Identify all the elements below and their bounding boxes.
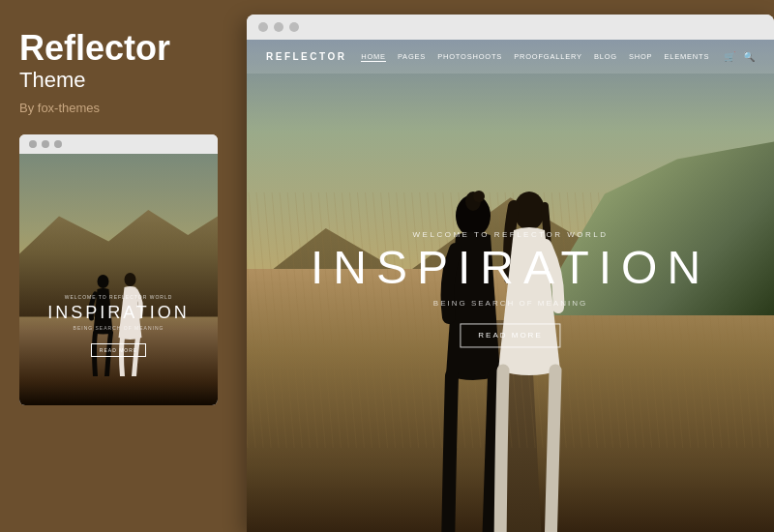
theme-subtitle: Theme bbox=[19, 68, 218, 93]
nav-link-shop[interactable]: SHOP bbox=[629, 52, 652, 61]
theme-author: By fox-themes bbox=[19, 101, 218, 115]
nav-link-photoshoots[interactable]: PHOTOSHOOTS bbox=[437, 52, 502, 61]
mini-dot-3 bbox=[54, 140, 62, 148]
more-button-area bbox=[19, 498, 218, 513]
mini-hero-content: WELCOME TO REFLECTOR WORLD INSPIRATION B… bbox=[19, 294, 218, 357]
svg-point-1 bbox=[124, 273, 135, 286]
main-preview-area: REFLECTOR HOME PAGES PHOTOSHOOTS PROOFGA… bbox=[247, 40, 774, 532]
mini-browser-preview: REFLECTOR HOME PAGES BLOG bbox=[19, 134, 218, 405]
mini-tagline: WELCOME TO REFLECTOR WORLD bbox=[29, 294, 208, 300]
mini-browser-bar bbox=[19, 134, 218, 154]
main-hero-content: WELCOME TO REFLECTOR WORLD INSPIRATION B… bbox=[311, 230, 710, 347]
left-panel: Reflector Theme By fox-themes REFLECTOR … bbox=[0, 0, 237, 532]
nav-link-blog[interactable]: BLOG bbox=[594, 52, 617, 61]
main-dot-2 bbox=[274, 22, 283, 32]
main-dot-1 bbox=[258, 22, 268, 32]
main-cta-button[interactable]: READ MORE bbox=[460, 323, 560, 347]
mini-cta-button[interactable]: READ MORE bbox=[91, 343, 146, 357]
mini-dot-1 bbox=[29, 140, 37, 148]
svg-point-0 bbox=[97, 275, 108, 288]
nav-link-proofgallery[interactable]: PROOFGALLERY bbox=[514, 52, 582, 61]
svg-point-4 bbox=[473, 191, 485, 202]
nav-link-pages[interactable]: PAGES bbox=[398, 52, 426, 61]
hero-background: REFLECTOR HOME PAGES PHOTOSHOOTS PROOFGA… bbox=[247, 40, 774, 532]
search-icon[interactable]: 🔍 bbox=[743, 51, 755, 62]
mini-dot-2 bbox=[42, 140, 49, 148]
main-dot-3 bbox=[289, 22, 299, 32]
nav-links-container: HOME PAGES PHOTOSHOOTS PROOFGALLERY BLOG… bbox=[361, 52, 709, 62]
mini-preview-area: REFLECTOR HOME PAGES BLOG bbox=[19, 154, 218, 405]
main-browser: REFLECTOR HOME PAGES PHOTOSHOOTS PROOFGA… bbox=[247, 15, 774, 532]
main-tagline: WELCOME TO REFLECTOR WORLD bbox=[311, 230, 710, 239]
nav-icons-area: 🛒 🔍 bbox=[724, 51, 755, 62]
main-nav-brand: REFLECTOR bbox=[266, 51, 346, 62]
mini-hero-title: INSPIRATION bbox=[29, 304, 208, 321]
main-hero-title: INSPIRATION bbox=[311, 245, 710, 291]
main-navigation: REFLECTOR HOME PAGES PHOTOSHOOTS PROOFGA… bbox=[247, 40, 774, 74]
theme-title: Reflector bbox=[19, 29, 218, 68]
main-hero-sub: BEING SEARCH OF MEANING bbox=[311, 299, 710, 308]
nav-link-elements[interactable]: ELEMENTS bbox=[664, 52, 709, 61]
mini-hero-sub: BEING SEARCH OF MEANING bbox=[29, 325, 208, 331]
main-browser-bar bbox=[247, 15, 774, 40]
cart-icon[interactable]: 🛒 bbox=[724, 51, 735, 62]
nav-link-home[interactable]: HOME bbox=[361, 52, 386, 62]
